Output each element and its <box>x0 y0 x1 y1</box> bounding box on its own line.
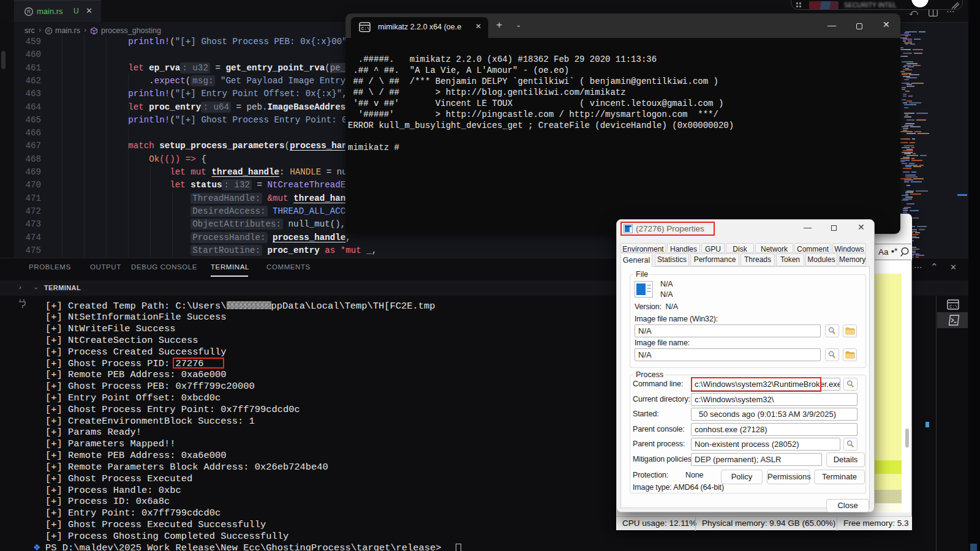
svg-text:R: R <box>47 29 50 33</box>
svg-text:R: R <box>27 9 31 15</box>
svg-text:C:\: C:\ <box>949 304 958 309</box>
svg-text:C:\: C:\ <box>361 26 370 31</box>
